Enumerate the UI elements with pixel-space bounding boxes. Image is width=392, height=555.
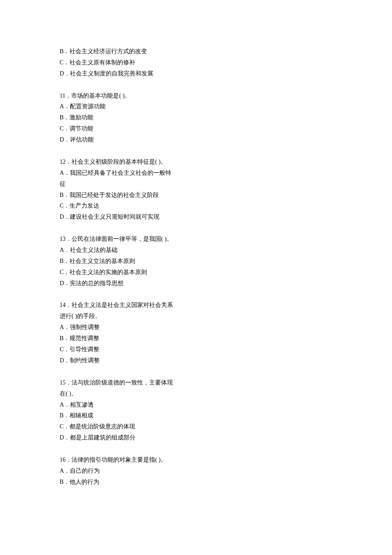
blank-line — [60, 145, 175, 156]
text-line: B．他人的行为 — [60, 477, 175, 488]
blank-line — [60, 223, 175, 234]
blank-line — [60, 366, 175, 377]
text-line: B．我国已经处于发达的社会主义阶段 — [60, 190, 175, 201]
document-content: B．社会主义经济运行方式的改变C．社会主义原有体制的修补D．社会主义制度的自我完… — [60, 46, 175, 488]
blank-line — [60, 289, 175, 300]
text-line: A．自己的行为 — [60, 465, 175, 477]
text-line: B．相辅相成 — [60, 410, 175, 421]
text-line: A．我国已经具备了社会主义社会的一般特征 — [60, 168, 175, 190]
text-line: C．社会主义原有体制的修补 — [60, 57, 175, 68]
text-line: A．相互渗透 — [60, 399, 175, 410]
text-line: 15．法与统治阶级道德的一致性，主要体现在( )。 — [60, 377, 175, 399]
blank-line — [60, 443, 175, 454]
blank-line — [60, 79, 175, 90]
text-line: D．制约性调整 — [60, 355, 175, 366]
text-line: 13．公民在法律面前一律平等，是我国( )。 — [60, 234, 175, 245]
text-line: B．社会主义立法的基本原则 — [60, 256, 175, 267]
text-line: C．引导性调整 — [60, 344, 175, 355]
text-line: A．配置资源功能 — [60, 101, 175, 112]
text-line: A．强制性调整 — [60, 322, 175, 333]
text-line: 14．社会主义法是社会主义国家对社会关系进行( )的手段。 — [60, 300, 175, 322]
text-line: A．社会主义法的基础 — [60, 245, 175, 256]
document-page: B．社会主义经济运行方式的改变C．社会主义原有体制的修补D．社会主义制度的自我完… — [0, 0, 392, 555]
text-line: D．都是上层建筑的组成部分 — [60, 432, 175, 443]
text-line: C．社会主义法的实施的基本原则 — [60, 267, 175, 278]
text-line: B．社会主义经济运行方式的改变 — [60, 46, 175, 57]
text-line: 16．法律的指引功能的对象主要是指( )。 — [60, 454, 175, 465]
text-line: 12．社会主义初级阶段的基本特征是( )。 — [60, 156, 175, 168]
text-line: D．建设社会主义只需短时间就可实现 — [60, 211, 175, 223]
text-line: D．社会主义制度的自我完善和发展 — [60, 68, 175, 79]
text-line: C．生产力发达 — [60, 200, 175, 211]
text-line: B．激励功能 — [60, 112, 175, 123]
text-line: C．都是统治阶级意志的体现 — [60, 421, 175, 432]
text-line: B．规范性调整 — [60, 333, 175, 344]
text-line: 11．市场的基本功能是( )。 — [60, 90, 175, 101]
text-line: C．调节功能 — [60, 123, 175, 134]
text-line: D．评估功能 — [60, 134, 175, 145]
text-line: D．宪法的总的指导思想 — [60, 278, 175, 289]
